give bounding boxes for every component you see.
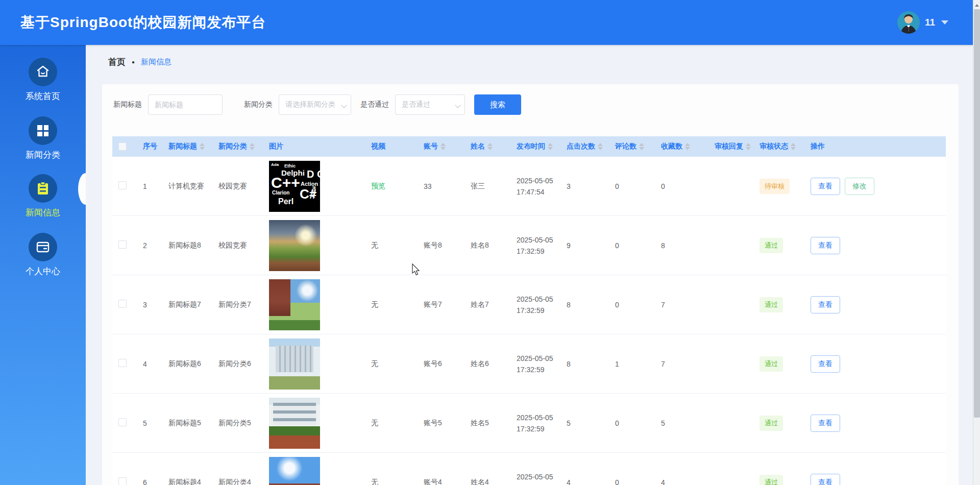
publish-date: 2025-05-05 [517,471,560,482]
view-button[interactable]: 查看 [811,474,840,485]
cell-title: 新闻标题8 [162,241,212,250]
cell-status: 通过 [753,356,804,372]
table-row: 1计算机竞赛校园竞赛EthicDelphiC++D ObjecAction Sc… [112,157,946,216]
view-button[interactable]: 查看 [811,355,840,373]
sort-icon[interactable] [487,143,493,150]
sort-icon[interactable] [598,143,603,150]
cell-comments: 0 [609,419,655,427]
news-image-red-brick-sky[interactable] [269,457,320,485]
sort-icon[interactable] [250,143,255,150]
search-button[interactable]: 搜索 [474,94,521,115]
cell-clicks: 8 [560,360,609,368]
avatar-image [897,11,920,34]
news-image-red-brick-building[interactable] [269,279,320,330]
cell-image [263,279,365,330]
row-checkbox[interactable] [118,300,127,308]
column-header-time: 发布时间 [510,142,560,151]
poster-word: Ada [271,163,279,167]
news-image-campus-building-track[interactable] [269,398,320,449]
user-dropdown-caret-icon[interactable] [941,20,948,25]
cell-check [112,300,137,309]
vertical-scrollbar[interactable] [973,0,980,485]
cell-actions: 查看修改 [804,178,946,195]
breadcrumb-separator-icon: ● [132,59,135,65]
sidebar-item-news-category[interactable]: 新闻分类 [0,116,86,161]
column-label: 姓名 [471,142,485,151]
cell-comments: 1 [609,360,655,368]
pass-label: 是否通过 [360,100,389,109]
column-label: 序号 [143,142,157,151]
sort-icon[interactable] [791,143,796,150]
news-title-input[interactable] [148,94,223,115]
sort-icon[interactable] [639,143,644,150]
pass-select[interactable]: 是否通过 [395,94,465,115]
row-checkbox[interactable] [118,418,127,426]
cell-name: 姓名6 [464,359,510,369]
sidebar-item-label: 新闻分类 [0,149,86,161]
sidebar-item-profile[interactable]: 个人中心 [0,233,86,277]
column-label: 新闻标题 [168,142,197,151]
news-image-sunset-sports-field[interactable] [269,220,320,271]
view-button[interactable]: 查看 [811,296,840,313]
publish-time: 17:32:59 [517,482,560,485]
user-avatar[interactable] [897,11,920,34]
cell-time: 2025-05-0517:32:59 [510,353,560,375]
row-checkbox[interactable] [118,477,127,485]
content-card: 新闻标题 新闻分类 请选择新闻分类 是否通过 是否通过 搜索 序号新闻标题新闻分… [102,84,959,485]
column-header-comments: 评论数 [609,142,655,151]
user-menu[interactable]: 11 [897,11,948,34]
profile-icon-circle [29,233,57,261]
cell-image [263,457,365,485]
scrollbar-up-arrow-icon[interactable] [973,2,980,9]
cell-status: 通过 [753,416,804,431]
cell-check [112,477,137,485]
cell-image [263,338,365,390]
sort-icon[interactable] [200,143,205,150]
sidebar-item-news-info[interactable]: 新闻信息 [0,174,86,219]
cell-favorites: 5 [655,419,708,427]
sidebar-item-home[interactable]: 系统首页 [0,58,86,102]
publish-time: 17:32:59 [517,305,560,316]
cell-index: 2 [137,241,162,250]
cell-time: 2025-05-0517:32:59 [510,294,560,316]
scrollbar-thumb[interactable] [974,9,980,418]
edit-button[interactable]: 修改 [845,178,874,195]
profile-icon [36,240,50,254]
news-image-programming-languages-poster[interactable]: EthicDelphiC++D ObjecAction ScriptC#Ruby… [269,161,320,212]
chevron-down-icon [455,102,460,108]
cell-video: 无 [365,478,418,485]
publish-time: 17:47:54 [517,186,560,198]
cell-account: 33 [418,182,464,190]
row-checkbox[interactable] [118,181,127,189]
pass-placeholder: 是否通过 [402,100,430,109]
view-button[interactable]: 查看 [811,237,840,254]
cell-video: 无 [365,419,418,428]
cell-comments: 0 [609,241,655,250]
status-badge: 待审核 [760,179,790,194]
column-label: 评论数 [615,142,636,151]
cell-title: 新闻标题6 [162,359,212,369]
row-checkbox[interactable] [118,240,127,249]
news-category-select[interactable]: 请选择新闻分类 [279,94,351,115]
cell-time: 2025-05-0517:32:59 [510,471,560,485]
view-button[interactable]: 查看 [811,415,840,432]
sort-icon[interactable] [548,143,553,150]
view-button[interactable]: 查看 [811,178,840,195]
video-preview-link[interactable]: 预览 [371,182,385,190]
column-header-name: 姓名 [464,142,510,151]
sort-icon[interactable] [685,143,690,150]
breadcrumb-current[interactable]: 新闻信息 [141,57,172,67]
cell-actions: 查看 [804,237,946,254]
sort-icon[interactable] [746,143,751,150]
cell-category: 新闻分类6 [212,359,263,369]
grid-icon-circle [29,116,57,145]
row-checkbox[interactable] [118,359,127,367]
column-label: 账号 [424,142,438,151]
grid-icon [36,124,50,137]
news-image-modern-white-building[interactable] [269,338,320,390]
sort-icon[interactable] [440,143,446,150]
cell-name: 姓名7 [464,300,510,309]
select-all-checkbox[interactable] [118,142,127,151]
column-header-check [112,142,137,151]
column-header-index: 序号 [137,142,162,151]
